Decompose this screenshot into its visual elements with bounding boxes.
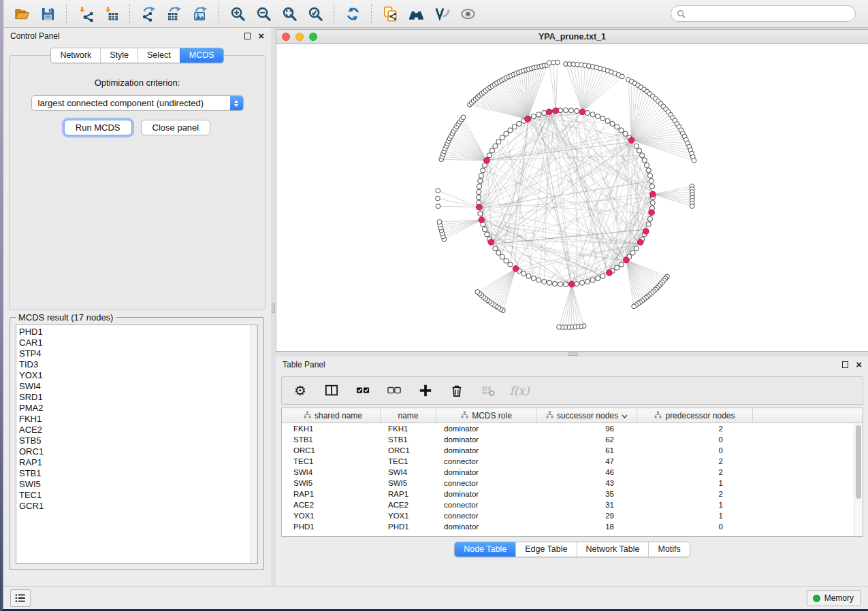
mcds-result-item[interactable]: STB1 [19, 468, 257, 479]
export-network-button[interactable] [135, 2, 161, 25]
zoom-in-icon [230, 6, 246, 22]
tab-style[interactable]: Style [100, 48, 138, 63]
import-network-button[interactable] [72, 2, 98, 25]
mcds-result-item[interactable]: SWI5 [19, 479, 257, 490]
show-graphics-details-button[interactable] [455, 2, 481, 25]
table-row[interactable]: FKH1FKH1dominator962 [282, 423, 854, 434]
table-cell: RAP1 [381, 490, 436, 498]
table-cell: 46 [537, 468, 637, 476]
table-cell: RAP1 [286, 490, 381, 498]
save-session-button[interactable] [35, 2, 61, 25]
scrollbar-thumb[interactable] [856, 425, 861, 499]
mcds-result-item[interactable]: CAR1 [19, 337, 257, 348]
mcds-result-item[interactable]: TID3 [19, 359, 257, 370]
optimization-criterion-select[interactable]: largest connected component (undirected) [31, 95, 244, 111]
zoom-fit-button[interactable] [276, 2, 302, 25]
zoom-in-button[interactable] [225, 2, 251, 25]
run-mcds-button[interactable]: Run MCDS [64, 120, 132, 135]
table-cell: 18 [537, 523, 637, 531]
tab-motifs[interactable]: Motifs [648, 542, 689, 557]
divider-grip[interactable] [272, 303, 275, 313]
toolbar-group [225, 2, 328, 25]
tab-select[interactable]: Select [138, 48, 180, 63]
show-panels-menu-button[interactable] [10, 589, 31, 607]
column-header-predecessor-nodes[interactable]: predecessor nodes [637, 408, 753, 423]
open-file-icon [14, 6, 30, 22]
add-column-button[interactable] [417, 380, 434, 401]
search-input[interactable] [686, 9, 850, 18]
tab-node-table[interactable]: Node Table [455, 542, 515, 557]
mcds-result-item[interactable]: FKH1 [19, 414, 257, 425]
table-row[interactable]: PHD1PHD1dominator180 [282, 521, 854, 532]
unselect-all-columns-button[interactable] [385, 380, 403, 401]
mcds-result-item[interactable]: ORC1 [19, 446, 257, 457]
table-row[interactable]: SWI5SWI5connector431 [282, 478, 854, 489]
search-box[interactable] [671, 5, 856, 22]
mcds-result-list[interactable]: PHD1CAR1STP4TID3YOX1SWI4SRD1PMA2FKH1ACE2… [16, 325, 258, 564]
import-table-button[interactable] [98, 2, 124, 25]
table-row[interactable]: STB1STB1dominator620 [282, 434, 854, 445]
close-panel-button[interactable]: Close panel [141, 120, 211, 135]
close-table-panel-icon[interactable]: × [856, 361, 862, 368]
hide-graphics-details-icon [434, 6, 450, 22]
close-panel-icon[interactable]: × [258, 33, 264, 39]
zoom-out-button[interactable] [251, 2, 276, 25]
network-window-titlebar[interactable]: YPA_prune.txt_1 [276, 29, 868, 44]
settings-gear-button[interactable]: ⚙ [291, 380, 309, 401]
tab-network-table[interactable]: Network Table [577, 542, 649, 557]
export-image-button[interactable] [187, 2, 213, 25]
clone-network-button[interactable] [377, 2, 403, 25]
zoom-selected-button[interactable] [302, 2, 328, 25]
export-table-button[interactable] [161, 2, 187, 25]
float-table-panel-icon[interactable] [842, 361, 848, 368]
panel-divider-horizontal[interactable] [276, 352, 868, 357]
table-scrollbar[interactable] [854, 423, 863, 536]
tab-edge-table[interactable]: Edge Table [515, 542, 576, 557]
refresh-view-button[interactable] [340, 2, 366, 25]
refresh-view-icon [345, 6, 361, 22]
select-all-columns-button[interactable] [354, 380, 372, 401]
memory-button[interactable]: Memory [807, 590, 861, 606]
search-network-button[interactable] [403, 2, 429, 25]
column-header-name[interactable]: name [381, 408, 436, 423]
network-canvas[interactable] [276, 44, 868, 352]
table-cell: YOX1 [381, 512, 436, 520]
table-cell: ACE2 [381, 501, 436, 509]
show-column-panel-button[interactable] [323, 380, 340, 401]
mcds-result-item[interactable]: PHD1 [19, 327, 257, 337]
panel-divider-vertical[interactable] [271, 28, 276, 586]
table-cell: 96 [537, 425, 637, 433]
mcds-result-item[interactable]: SRD1 [19, 392, 257, 403]
memory-status-icon [813, 595, 820, 602]
column-header-successor-nodes[interactable]: successor nodes [537, 408, 637, 423]
mcds-result-item[interactable]: STP4 [19, 348, 257, 359]
search-icon [677, 10, 686, 18]
divider-grip-h[interactable] [568, 352, 578, 356]
hide-graphics-details-button[interactable] [429, 2, 455, 25]
mcds-result-item[interactable]: YOX1 [19, 370, 257, 381]
list-scrollbar[interactable] [250, 325, 257, 563]
mcds-result-item[interactable]: TEC1 [19, 490, 257, 501]
float-panel-icon[interactable] [244, 33, 251, 39]
tab-network[interactable]: Network [51, 48, 100, 63]
column-header-MCDS-role[interactable]: MCDS role [436, 408, 537, 423]
table-row[interactable]: SWI4SWI4dominator462 [282, 467, 854, 478]
table-cell: STB1 [286, 435, 381, 444]
mcds-result-item[interactable]: GCR1 [19, 501, 257, 512]
column-header-shared-name[interactable]: shared name [286, 408, 381, 423]
mcds-result-item[interactable]: SWI4 [19, 381, 257, 392]
open-file-button[interactable] [9, 2, 35, 25]
mcds-result-item[interactable]: PMA2 [19, 403, 257, 414]
table-row[interactable]: TEC1TEC1connector472 [282, 456, 854, 467]
status-bar: Memory [3, 586, 868, 609]
tab-mcds[interactable]: MCDS [180, 48, 223, 63]
mcds-result-item[interactable]: RAP1 [19, 457, 257, 468]
table-row[interactable]: YOX1YOX1connector291 [282, 510, 854, 521]
table-panel: Table Panel × ⚙f(x) shared namenameMCDS … [276, 357, 868, 586]
table-row[interactable]: ORC1ORC1dominator610 [282, 445, 854, 456]
mcds-result-item[interactable]: STB5 [19, 435, 257, 446]
table-row[interactable]: ACE2ACE2connector311 [282, 499, 854, 510]
table-row[interactable]: RAP1RAP1dominator352 [282, 489, 854, 499]
mcds-result-item[interactable]: ACE2 [19, 425, 257, 435]
delete-column-button[interactable] [448, 380, 466, 401]
